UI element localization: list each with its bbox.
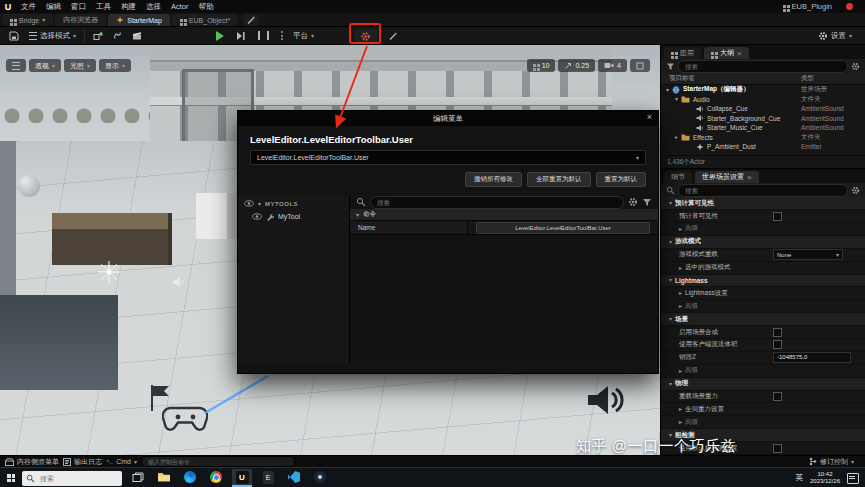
start-button[interactable]: [0, 474, 22, 482]
column-item-label[interactable]: 项目标签: [661, 74, 695, 83]
menu-build[interactable]: 构建: [116, 2, 141, 12]
plugin-tab-label[interactable]: EUB_Plugin: [792, 2, 832, 11]
select-mode-dropdown[interactable]: 选择模式 ▾: [24, 28, 81, 43]
camera-speed-button[interactable]: 4: [598, 59, 627, 72]
language-indicator[interactable]: 英: [795, 473, 803, 483]
outliner-row[interactable]: P_Ambient_Dust Emitter: [661, 142, 865, 152]
epic-games-icon[interactable]: E: [258, 469, 278, 487]
view-mode-dropdown[interactable]: 光照▾: [64, 59, 96, 72]
platforms-dropdown[interactable]: 平台 ▾: [288, 28, 319, 43]
menu-tools[interactable]: 工具: [91, 2, 116, 12]
advanced-expander[interactable]: ▸高级: [661, 300, 865, 313]
tool-group-row[interactable]: ▾ MYTOOLS: [238, 197, 349, 210]
content-drawer-button[interactable]: 内容侧滑菜单: [5, 457, 59, 467]
tab-world-settings[interactable]: 世界场景设置 ×: [695, 171, 759, 183]
grid-snap-button[interactable]: 10: [527, 59, 556, 72]
gamemode-override-dropdown[interactable]: None▾: [773, 249, 843, 260]
console-command-input[interactable]: [141, 456, 295, 467]
tool-item-row[interactable]: MyTool: [238, 210, 349, 223]
unreal-logo-icon[interactable]: U: [0, 2, 16, 12]
maximize-viewport-button[interactable]: [630, 59, 650, 72]
tab-starter-map[interactable]: StarterMap: [108, 14, 170, 26]
task-view-icon[interactable]: [128, 469, 148, 487]
close-icon[interactable]: ×: [747, 173, 752, 182]
outliner-row[interactable]: Collapse_Cue AmbientSound: [661, 104, 865, 114]
menu-edit[interactable]: 编辑: [41, 2, 66, 12]
blueprints-button[interactable]: [108, 28, 127, 43]
close-icon[interactable]: ×: [647, 112, 652, 122]
tab-content-browser[interactable]: 内容浏览器: [55, 14, 106, 26]
filter-icon[interactable]: [642, 197, 652, 207]
steam-icon[interactable]: [310, 469, 330, 487]
checkbox[interactable]: [773, 328, 782, 337]
vscode-icon[interactable]: [284, 469, 304, 487]
cmd-dropdown[interactable]: >_ Cmd ▾: [106, 458, 137, 465]
gear-icon[interactable]: [851, 62, 860, 71]
tab-details[interactable]: 细节: [664, 171, 692, 183]
eye-icon[interactable]: [244, 200, 254, 207]
chrome-icon[interactable]: [206, 469, 226, 487]
tab-outliner[interactable]: 大纲 ×: [704, 47, 749, 59]
dialog-titlebar[interactable]: 编辑菜单 ×: [238, 111, 658, 126]
perspective-dropdown[interactable]: 透视▾: [29, 59, 61, 72]
caret-right-icon[interactable]: ▸: [675, 134, 678, 140]
taskbar-search[interactable]: [22, 471, 122, 486]
pause-button[interactable]: [253, 28, 274, 43]
point-light-sprite-icon[interactable]: [96, 259, 122, 285]
output-log-button[interactable]: 输出日志: [63, 457, 102, 467]
advanced-expander[interactable]: ▸高级: [661, 365, 865, 378]
revision-control-button[interactable]: 修订控制 ▾: [809, 457, 854, 467]
details-section[interactable]: ▾物理: [661, 378, 865, 391]
outliner-row[interactable]: Starter_Music_Cue AmbientSound: [661, 123, 865, 133]
outliner-row[interactable]: ▾ StarterMap（编辑器） 世界场景: [661, 85, 865, 95]
menu-file[interactable]: 文件: [16, 2, 41, 12]
play-options-button[interactable]: [276, 28, 288, 43]
speaker-icon[interactable]: [172, 276, 186, 288]
outliner-row[interactable]: ▾ Audio 文件夹: [661, 95, 865, 105]
gear-icon[interactable]: [851, 186, 860, 195]
tab-bridge[interactable]: Bridge ▾: [2, 14, 53, 26]
menu-select[interactable]: 选择: [141, 2, 166, 12]
menu-path-combo[interactable]: LevelEditor.LevelEditorToolBar.User ▾: [250, 150, 646, 165]
checkbox[interactable]: [773, 444, 782, 453]
advanced-expander[interactable]: ▸高级: [661, 416, 865, 429]
checkbox[interactable]: [773, 340, 782, 349]
wand-icon[interactable]: [384, 29, 402, 43]
skip-button[interactable]: [231, 28, 251, 43]
caret-down-icon[interactable]: ▾: [675, 96, 678, 102]
show-dropdown[interactable]: 显示▾: [99, 59, 131, 72]
reset-all-default-button[interactable]: 全部重置为默认: [527, 172, 591, 187]
tab-eub-object[interactable]: EUB_Object*: [172, 14, 238, 26]
reset-default-button[interactable]: 重置为默认: [596, 172, 647, 187]
gear-icon[interactable]: [628, 197, 638, 207]
command-section-header[interactable]: ▾ 命令: [350, 209, 658, 220]
settings-dropdown[interactable]: 设置 ▾: [813, 28, 857, 43]
save-button[interactable]: [4, 28, 24, 43]
outliner-search-input[interactable]: [678, 60, 848, 73]
play-button[interactable]: [211, 28, 229, 43]
checkbox[interactable]: [773, 212, 782, 221]
viewport-options-button[interactable]: [6, 59, 26, 72]
revert-all-button[interactable]: 撤销所有修改: [465, 172, 522, 187]
taskbar-search-input[interactable]: [38, 474, 104, 483]
menu-help[interactable]: 帮助: [194, 2, 219, 12]
tab-layers[interactable]: 图层: [664, 47, 701, 59]
details-property[interactable]: ▸选中的游戏模式: [661, 262, 865, 275]
dialog-search-input[interactable]: [370, 196, 624, 209]
details-section[interactable]: ▾场景: [661, 313, 865, 326]
killz-field[interactable]: -1048575.0: [773, 352, 851, 363]
scale-snap-button[interactable]: 0.25: [558, 59, 595, 72]
details-property[interactable]: ▸全局重力设置: [661, 403, 865, 416]
menu-actor[interactable]: Actor: [166, 2, 194, 11]
details-section[interactable]: ▾Lightmass: [661, 275, 865, 288]
details-section[interactable]: ▾预计算可见性: [661, 197, 865, 210]
command-table-row[interactable]: Name LevelEditor.LevelEditorToolBar.User: [350, 220, 658, 235]
taskbar-clock[interactable]: 10:42 2023/12/26: [810, 471, 840, 485]
add-actor-button[interactable]: [88, 28, 108, 43]
speaker-icon[interactable]: [586, 383, 624, 417]
menu-window[interactable]: 窗口: [66, 2, 91, 12]
edge-icon[interactable]: [180, 469, 200, 487]
mytool-toolbar-button[interactable]: [354, 29, 377, 43]
details-search-input[interactable]: [678, 184, 848, 197]
file-explorer-icon[interactable]: [154, 469, 174, 487]
